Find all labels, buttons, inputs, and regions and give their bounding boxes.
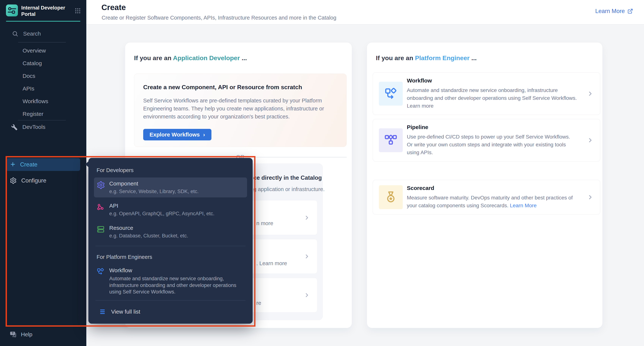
explore-workflows-label: Explore Workflows	[150, 132, 200, 138]
flyout-item-body: Resource e.g. Database, Cluster, Bucket,…	[109, 225, 188, 239]
card-title-prefix: If you are an	[376, 54, 415, 61]
sidebar-item-devtools[interactable]: DevTools	[11, 121, 45, 133]
learn-more-label: Learn More	[595, 8, 625, 14]
sidebar-item-configure[interactable]: Configure	[6, 174, 80, 187]
flyout-divider	[96, 300, 246, 301]
scorecard-medal-icon	[379, 185, 403, 209]
search-input[interactable]: Search	[12, 30, 41, 37]
panel-subtitle-fragment: g application or infrastructure.	[254, 186, 324, 192]
sidebar-item-workflows[interactable]: Workflows	[0, 95, 86, 108]
create-flyout-menu: For Developers Component e.g. Service, W…	[88, 158, 253, 324]
help-chat-icon: ?	[10, 331, 17, 338]
chevron-right-icon	[304, 292, 310, 298]
plus-icon: +	[10, 160, 15, 168]
flyout-divider	[96, 246, 246, 246]
search-icon	[12, 30, 18, 37]
sidebar-accent-rule	[6, 21, 80, 22]
row-body: Pipeline Use pre-defined CI/CD steps to …	[407, 124, 583, 157]
flyout-item-workflow[interactable]: Workflow Automate and standardize new se…	[94, 264, 247, 298]
row-description: Automate and standardize new service onb…	[407, 86, 577, 110]
row-description: Measure software maturity. DevOps maturi…	[407, 194, 577, 209]
flyout-item-title: Workflow	[109, 267, 240, 274]
workflow-row[interactable]: Workflow Automate and standardize new se…	[373, 72, 600, 115]
page-header: Create Create or Register Software Compo…	[86, 0, 644, 24]
gear-icon	[10, 177, 17, 184]
learn-more-link[interactable]: Learn More	[510, 203, 536, 208]
view-full-list-label: View full list	[111, 309, 140, 315]
sidebar-divider	[18, 120, 66, 121]
flyout-item-subtitle: e.g. OpenAPI, GraphQL, gRPC, AsyncAPI, e…	[109, 211, 214, 217]
divider-line	[134, 157, 232, 157]
external-link-icon	[628, 8, 633, 14]
row-text-fragment: n more	[256, 220, 273, 226]
row-description-text: Measure software maturity. DevOps maturi…	[407, 195, 573, 208]
flyout-item-title: Component	[109, 180, 198, 187]
flyout-section-developers: For Developers	[96, 167, 244, 173]
flyout-item-subtitle: e.g. Service, Website, Library, SDK, etc…	[109, 189, 198, 194]
workflow-icon	[379, 82, 403, 106]
flyout-item-api[interactable]: API e.g. OpenAPI, GraphQL, gRPC, AsyncAP…	[94, 200, 247, 219]
scratch-body: Self Service Workflows are pre-defined t…	[143, 97, 338, 121]
learn-more-link[interactable]: Learn More	[595, 8, 633, 14]
search-underline	[18, 42, 66, 42]
card-title-accent: Application Developer	[173, 54, 240, 61]
row-title: Scorecard	[407, 185, 583, 191]
sidebar-item-create[interactable]: + Create	[6, 158, 80, 171]
database-stack-icon	[96, 225, 105, 239]
sidebar-item-register[interactable]: Register	[0, 108, 86, 120]
sidebar-item-apis[interactable]: APIs	[0, 82, 86, 95]
sidebar-item-overview[interactable]: Overview	[0, 44, 86, 57]
card-title: If you are an Application Developer ...	[134, 54, 247, 62]
flyout-item-description: Automate and standardize new service onb…	[109, 275, 240, 295]
apps-grid-icon[interactable]	[74, 7, 81, 14]
flyout-item-resource[interactable]: Resource e.g. Database, Cluster, Bucket,…	[94, 222, 247, 242]
row-title: Pipeline	[407, 124, 583, 130]
component-gear-icon	[96, 180, 105, 194]
divider-line	[249, 157, 346, 157]
sidebar-nav: Overview Catalog Docs APIs Workflows Reg…	[0, 44, 86, 120]
row-body: Workflow Automate and standardize new se…	[407, 77, 583, 110]
sidebar-item-label: Create	[20, 161, 38, 168]
page-title: Create	[102, 3, 126, 12]
page-subtitle: Create or Register Software Components, …	[102, 15, 336, 21]
sidebar-item-label: Configure	[21, 177, 46, 184]
chevron-right-icon	[304, 214, 310, 221]
card-title-prefix: If you are an	[134, 54, 173, 61]
scratch-title: Create a new Component, API or Resource …	[143, 84, 338, 91]
platform-engineer-card: If you are an Platform Engineer ... Work…	[367, 42, 602, 328]
wrench-icon	[11, 124, 18, 130]
row-text-fragment: re	[256, 300, 261, 306]
sidebar-item-catalog[interactable]: Catalog	[0, 57, 86, 70]
panel-title-fragment: ce directly in the Catalog	[254, 174, 322, 181]
flyout-item-component[interactable]: Component e.g. Service, Website, Library…	[94, 177, 247, 197]
pipeline-row[interactable]: Pipeline Use pre-defined CI/CD steps to …	[373, 119, 600, 162]
app-window: Internal Developer Portal Search Overvie…	[0, 0, 644, 346]
sidebar-item-label: Help	[21, 331, 32, 338]
list-icon	[99, 308, 107, 316]
svg-text:?: ?	[12, 332, 14, 335]
sidebar-item-label: DevTools	[22, 124, 45, 130]
flyout-item-title: Resource	[109, 225, 188, 231]
portal-logo-icon	[6, 4, 18, 16]
search-placeholder: Search	[23, 30, 41, 37]
scorecard-row[interactable]: Scorecard Measure software maturity. Dev…	[373, 180, 600, 214]
api-nodes-icon	[96, 203, 105, 217]
sidebar-item-docs[interactable]: Docs	[0, 70, 86, 82]
chevron-right-icon	[587, 194, 594, 200]
app-logo[interactable]: Internal Developer Portal	[6, 4, 72, 17]
card-title: If you are an Platform Engineer ...	[376, 54, 476, 62]
row-body: Scorecard Measure software maturity. Dev…	[407, 185, 583, 209]
flyout-item-body: API e.g. OpenAPI, GraphQL, gRPC, AsyncAP…	[109, 203, 214, 217]
chevron-right-icon	[587, 137, 594, 144]
flyout-item-body: Component e.g. Service, Website, Library…	[109, 180, 198, 194]
row-title: Workflow	[407, 77, 583, 84]
sidebar: Internal Developer Portal Search Overvie…	[0, 0, 86, 346]
view-full-list-button[interactable]: View full list	[96, 305, 244, 318]
card-title-suffix: ...	[470, 54, 477, 61]
sidebar-item-help[interactable]: ? Help	[10, 331, 32, 338]
flyout-item-body: Workflow Automate and standardize new se…	[109, 267, 240, 295]
platform-rows: Workflow Automate and standardize new se…	[373, 72, 600, 214]
card-title-accent: Platform Engineer	[415, 54, 470, 61]
flyout-item-subtitle: e.g. Database, Cluster, Bucket, etc.	[109, 233, 188, 239]
explore-workflows-button[interactable]: Explore Workflows ›	[143, 129, 212, 140]
